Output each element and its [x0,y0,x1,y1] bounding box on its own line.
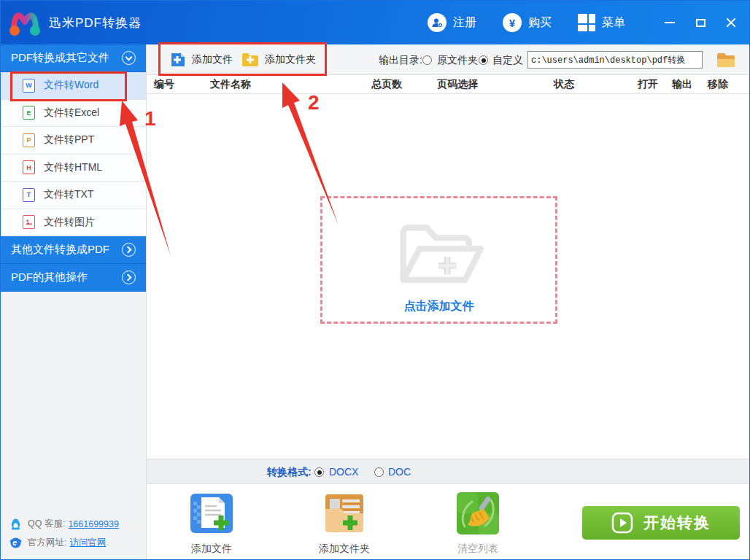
col-open: 打开 [638,78,658,91]
add-file-big-button[interactable]: 添加文件 [182,491,241,556]
txt-file-icon: T [23,188,35,202]
col-remove: 移除 [708,78,728,91]
maximize-icon [696,19,705,27]
menu-grid-icon [578,14,595,31]
sidebar-footer: QQ 客服: 1661699939 e 官方网址: 访问官网 [9,511,119,549]
qq-number-link[interactable]: 1661699939 [68,519,119,529]
sidebar-section-other-to-pdf[interactable]: 其他文件转换成PDF [1,236,146,264]
add-file-big-icon [190,491,233,535]
yen-icon: ¥ [503,13,522,32]
sidebar-item-pdf-to-word[interactable]: W 文件转Word [1,72,146,100]
sidebar-item-pdf-to-txt[interactable]: T 文件转TXT [1,182,146,209]
minimize-icon [665,22,675,23]
add-folder-big-label: 添加文件夹 [315,542,374,556]
clear-list-label: 清空列表 [449,542,507,556]
item-label: 文件转图片 [44,216,95,229]
sidebar-section-pdf-to-other[interactable]: PDF转换成其它文件 [1,44,146,72]
sidebar-item-pdf-to-html[interactable]: H 文件转HTML [1,155,146,182]
add-file-big-label: 添加文件 [182,542,241,556]
excel-file-icon: E [23,106,35,120]
close-button[interactable] [719,10,743,35]
add-file-label: 添加文件 [192,53,233,66]
browser-e-icon: e [9,537,22,549]
file-table-header: 编号 文件名称 总页数 页码选择 状态 打开 输出 移除 [147,75,749,94]
add-folder-outline-icon [390,209,489,290]
col-output: 输出 [672,78,692,91]
col-total-pages: 总页数 [371,78,402,91]
radio-doc[interactable] [374,467,384,477]
register-button[interactable]: 注册 [428,13,476,32]
item-label: 文件转Word [44,79,98,92]
format-label: 转换格式: [267,466,312,479]
dropzone-label: 点击添加文件 [322,299,555,314]
menu-label: 菜单 [602,15,625,31]
item-label: 文件转HTML [44,161,102,174]
dropzone[interactable]: 点击添加文件 [320,196,557,324]
qq-service-label: QQ 客服: [28,518,65,530]
add-file-icon [170,52,186,68]
add-folder-label: 添加文件夹 [265,53,316,66]
section-label: 其他文件转换成PDF [11,243,122,257]
radio-original-folder[interactable] [422,55,432,65]
close-icon [726,18,736,28]
html-file-icon: H [23,160,35,174]
item-label: 文件转Excel [44,106,99,120]
radio-docx[interactable] [314,467,324,477]
qq-icon [9,518,22,530]
official-site-label: 官方网址: [28,537,66,549]
radio-docx-label[interactable]: DOCX [329,466,358,478]
add-folder-button[interactable]: 添加文件夹 [241,44,316,75]
ppt-file-icon: P [23,133,35,147]
add-folder-icon [241,52,259,67]
sidebar: PDF转换成其它文件 W 文件转Word E 文件转Excel P 文件转PPT… [1,44,147,559]
col-filename: 文件名称 [210,78,251,91]
clear-list-button[interactable]: 清空列表 [449,491,507,556]
section-label: PDF转换成其它文件 [11,51,122,65]
app-logo-icon [8,7,42,39]
buy-label: 购买 [528,15,552,31]
sidebar-item-pdf-to-ppt[interactable]: P 文件转PPT [1,127,146,155]
add-file-button[interactable]: 添加文件 [170,44,233,75]
register-label: 注册 [453,15,476,31]
app-title: 迅米PDF转换器 [49,15,142,31]
clear-list-broom-icon [456,491,500,535]
format-bar: 转换格式: DOCX DOC [147,459,749,483]
maximize-button[interactable] [688,10,713,35]
output-dir-label: 输出目录: [379,54,422,67]
col-page-select: 页码选择 [437,78,478,91]
item-label: 文件转TXT [44,188,93,201]
browse-folder-button[interactable] [716,50,736,69]
add-folder-big-button[interactable]: 添加文件夹 [315,491,374,556]
image-icon [23,215,35,229]
official-site-link[interactable]: 访问官网 [69,537,106,549]
sidebar-item-pdf-to-excel[interactable]: E 文件转Excel [1,100,146,128]
radio-doc-label[interactable]: DOC [388,466,411,478]
register-user-icon [428,13,446,32]
output-path-input[interactable] [527,51,703,69]
start-convert-button[interactable]: 开始转换 [582,506,740,540]
buy-button[interactable]: ¥ 购买 [503,13,552,32]
titlebar: 迅米PDF转换器 注册 ¥ 购买 菜单 [1,1,749,44]
play-icon [611,512,633,534]
sidebar-item-pdf-to-image[interactable]: 文件转图片 [1,209,146,237]
chevron-down-icon [122,51,136,65]
sidebar-section-pdf-other-ops[interactable]: PDF的其他操作 [1,264,146,292]
word-file-icon: W [23,79,35,93]
add-folder-big-icon [322,491,366,535]
radio-custom[interactable] [479,55,488,65]
toolbar: 添加文件 添加文件夹 输出目录: 原文件夹 自定义 [147,44,749,75]
app-window: 迅米PDF转换器 注册 ¥ 购买 菜单 [0,0,750,560]
col-number: 编号 [154,78,174,91]
section-label: PDF的其他操作 [11,271,122,284]
radio-original-folder-label[interactable]: 原文件夹 [437,54,478,67]
menu-button[interactable]: 菜单 [578,14,625,31]
start-convert-label: 开始转换 [643,513,711,533]
item-label: 文件转PPT [44,133,94,147]
bottom-bar: 添加文件 添加文件夹 [147,483,749,559]
chevron-right-icon [122,243,136,257]
minimize-button[interactable] [657,10,682,35]
chevron-right-icon [122,271,136,284]
col-status: 状态 [554,78,574,91]
radio-custom-label[interactable]: 自定义 [492,54,523,67]
